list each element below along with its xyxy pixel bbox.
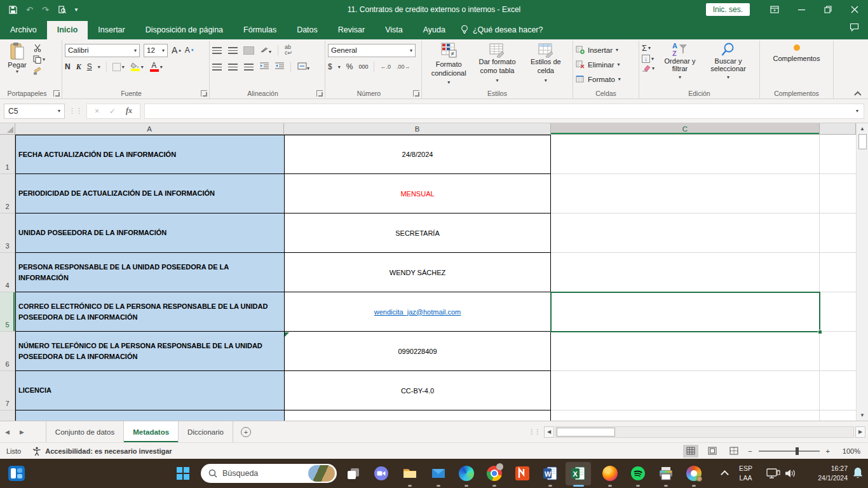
hidden-icons-chevron[interactable] xyxy=(721,470,729,478)
zoom-in-icon[interactable]: + xyxy=(826,447,830,455)
zoom-out-icon[interactable]: − xyxy=(748,447,752,455)
fill-color-icon[interactable]: ▾ xyxy=(130,62,144,71)
cell-styles-button[interactable]: Estilos de celda​▾ xyxy=(522,43,570,86)
new-sheet-button[interactable]: + xyxy=(233,421,259,442)
insert-function-icon[interactable]: fx xyxy=(126,106,132,116)
zoom-slider-thumb[interactable] xyxy=(796,447,799,455)
cell-C3[interactable] xyxy=(551,214,820,253)
save-icon[interactable] xyxy=(9,6,17,14)
increase-indent-icon[interactable] xyxy=(275,62,284,71)
cell-D7[interactable] xyxy=(820,371,856,410)
select-all-corner[interactable] xyxy=(0,123,15,135)
row-header-4[interactable]: 4 xyxy=(0,253,15,292)
shrink-font-icon[interactable]: A▾ xyxy=(185,46,194,55)
tab-vista[interactable]: Vista xyxy=(375,21,413,39)
column-header-B[interactable]: B xyxy=(284,123,551,135)
italic-button[interactable]: K xyxy=(76,62,81,72)
cell-D2[interactable] xyxy=(820,174,856,214)
cell-D6[interactable] xyxy=(820,332,856,371)
cell-B4[interactable]: WENDY SÁCHEZ xyxy=(284,253,551,292)
tab-datos[interactable]: Datos xyxy=(287,21,328,39)
underline-button[interactable]: S xyxy=(87,62,92,71)
vertical-scroll-thumb[interactable] xyxy=(858,134,867,149)
chat-icon[interactable] xyxy=(374,466,389,481)
cell-A5[interactable]: CORREO ELECTRÓNICO DE LA PERSONA RESPONS… xyxy=(15,292,284,332)
zoom-level[interactable]: 100% xyxy=(836,447,860,455)
mail-icon[interactable] xyxy=(431,466,446,481)
horizontal-scrollbar[interactable] xyxy=(555,426,854,438)
increase-decimal-icon[interactable]: ←.0 xyxy=(380,64,391,70)
cell-B8[interactable] xyxy=(284,410,551,421)
paste-button[interactable]: Pegar ▾ xyxy=(4,42,31,75)
tab-disposicion[interactable]: Disposición de página xyxy=(135,21,233,39)
row-header-1[interactable]: 1 xyxy=(0,135,15,174)
tab-ayuda[interactable]: Ayuda xyxy=(413,21,456,39)
collapse-ribbon-icon[interactable] xyxy=(854,91,861,98)
paint-icon[interactable] xyxy=(686,466,702,481)
decrease-indent-icon[interactable] xyxy=(260,62,269,71)
row-header-3[interactable]: 3 xyxy=(0,214,15,253)
sheet-tab-diccionario[interactable]: Diccionario xyxy=(179,421,233,442)
nitro-pdf-icon[interactable] xyxy=(515,466,530,481)
cell-A8[interactable] xyxy=(15,410,284,421)
align-top-icon[interactable] xyxy=(212,47,222,54)
email-hyperlink[interactable]: wendicita_jaz@hotmail.com xyxy=(374,308,461,316)
merge-center-icon[interactable]: ▾ xyxy=(297,62,309,72)
separator-dots-icon[interactable]: ⋮⋮ xyxy=(69,107,83,115)
page-break-view-icon[interactable] xyxy=(726,445,742,458)
cell-A4[interactable]: PERSONA RESPONSABLE DE LA UNIDAD POSEEDO… xyxy=(15,253,284,292)
row-header-7[interactable]: 7 xyxy=(0,371,15,410)
splitter-dots-icon[interactable]: ⋮⋮ xyxy=(526,428,543,435)
cell-A3[interactable]: UNIDAD POSEEDORA DE LA INFORMACIÓN xyxy=(15,214,284,253)
cell-A1[interactable]: FECHA ACTUALIZACIÓN DE LA INFORMACIÓN xyxy=(15,135,284,174)
row-header-5[interactable]: 5 xyxy=(0,292,15,332)
cell-B1[interactable]: 24/8/2024 xyxy=(284,135,551,174)
widgets-icon[interactable] xyxy=(8,464,25,482)
find-select-button[interactable]: Buscar y seleccionar​▾ xyxy=(705,42,751,80)
cell-A7[interactable]: LICENCIA xyxy=(15,371,284,410)
cell-C4[interactable] xyxy=(551,253,820,292)
cell-A6[interactable]: NÚMERO TELEFÓNICO DE LA PERSONA RESPONSA… xyxy=(15,332,284,371)
align-left-icon[interactable] xyxy=(212,64,222,71)
addins-button[interactable]: Complementos xyxy=(763,42,831,62)
cell-B3[interactable]: SECRETARÍA xyxy=(284,214,551,253)
page-layout-view-icon[interactable] xyxy=(705,445,720,458)
cell-C7[interactable] xyxy=(551,371,820,410)
row-header-6[interactable]: 6 xyxy=(0,332,15,371)
spotify-icon[interactable] xyxy=(630,466,646,481)
redo-icon[interactable]: ↷ xyxy=(42,5,49,15)
copy-icon[interactable] xyxy=(33,55,41,64)
cell-C5-selected[interactable] xyxy=(551,292,820,332)
align-center-icon[interactable] xyxy=(228,64,238,71)
expand-formula-bar-icon[interactable]: ▾ xyxy=(856,108,858,114)
sign-in-button[interactable]: Inic. ses. xyxy=(706,3,750,16)
clock[interactable]: 16:27 24/1/2024 xyxy=(799,464,848,482)
enter-icon[interactable]: ✓ xyxy=(109,107,116,116)
format-cells-button[interactable]: Formato▾ xyxy=(576,72,636,86)
sort-filter-button[interactable]: AZ Ordenar y filtrar​▾ xyxy=(660,42,700,80)
row-header-8[interactable] xyxy=(0,410,15,421)
accessibility-status[interactable]: Accesibilidad: es necesario investigar xyxy=(32,447,172,456)
print-preview-icon[interactable] xyxy=(58,6,66,14)
column-header-C[interactable]: C xyxy=(551,123,820,135)
bold-button[interactable]: N xyxy=(65,62,71,71)
dialog-launcher-icon[interactable] xyxy=(316,90,323,97)
scroll-up-icon[interactable]: ▲ xyxy=(857,123,868,134)
font-color-icon[interactable]: A ▾ xyxy=(149,62,163,72)
tab-insertar[interactable]: Insertar xyxy=(88,21,135,39)
search-highlight-image[interactable] xyxy=(308,465,335,482)
cell-C1[interactable] xyxy=(551,135,820,174)
edge-icon[interactable] xyxy=(459,466,474,481)
column-header-A[interactable]: A xyxy=(15,123,284,135)
cell-B2[interactable]: MENSUAL xyxy=(284,174,551,214)
firefox-icon[interactable] xyxy=(602,466,618,481)
font-name-select[interactable]: Calibri▾ xyxy=(65,44,140,57)
format-painter-icon[interactable] xyxy=(33,67,42,75)
cell-B6[interactable]: 0990228409 xyxy=(284,332,551,371)
tab-revisar[interactable]: Revisar xyxy=(328,21,375,39)
autosum-icon[interactable]: Σ▾ xyxy=(642,43,654,53)
word-icon[interactable]: W xyxy=(543,466,558,481)
minimize-button[interactable] xyxy=(788,0,815,19)
orientation-icon[interactable]: ▾ xyxy=(260,46,271,55)
scroll-down-icon[interactable]: ▼ xyxy=(857,410,868,421)
